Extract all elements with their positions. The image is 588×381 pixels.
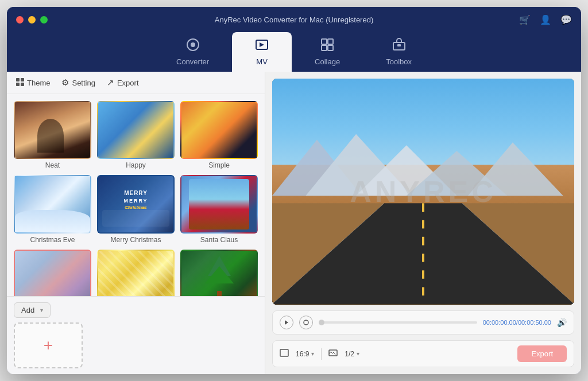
theme-label: Theme (27, 79, 50, 87)
setting-label: Setting (72, 79, 95, 87)
svg-point-1 (191, 42, 195, 47)
photo-icon (328, 349, 338, 359)
svg-rect-6 (328, 45, 333, 50)
photo-count-value: 1/2 (345, 350, 354, 358)
setting-btn[interactable]: ⚙ Setting (61, 77, 95, 88)
theme-thumb-happy (97, 101, 175, 159)
svg-point-18 (304, 320, 308, 325)
svg-rect-12 (21, 83, 24, 86)
time-display: 00:00:00.00/00:00:50.00 (483, 319, 551, 326)
svg-rect-10 (21, 78, 24, 81)
tab-collage[interactable]: Collage (292, 32, 363, 72)
add-plus-icon: + (44, 336, 53, 355)
aspect-chevron-icon: ▾ (311, 351, 314, 357)
divider-1 (321, 348, 322, 360)
app-window: AnyRec Video Converter for Mac (Unregist… (7, 7, 581, 374)
theme-label-christmas-eve: Christmas Eve (30, 236, 75, 244)
tab-mv-label: MV (256, 57, 268, 66)
theme-item-christmas-tree[interactable]: Christmas Tree (180, 250, 258, 297)
aspect-ratio-select[interactable]: 16:9 ▾ (296, 350, 314, 358)
theme-label-simple: Simple (208, 161, 230, 169)
theme-thumb-christmas-tree (180, 250, 258, 297)
export-btn-toolbar[interactable]: ↗ Export (107, 77, 139, 88)
cart-icon[interactable]: 🛒 (519, 14, 531, 25)
main-content: Theme ⚙ Setting ↗ Export (7, 72, 581, 374)
titlebar: AnyRec Video Converter for Mac (Unregist… (7, 7, 581, 32)
app-title: AnyRec Video Converter for Mac (Unregist… (215, 15, 374, 24)
photo-count-select[interactable]: 1/2 ▾ (345, 350, 359, 358)
add-chevron-icon: ▾ (40, 307, 43, 313)
export-icon: ↗ (107, 77, 114, 88)
progress-bar[interactable] (319, 321, 477, 324)
aspect-ratio-value: 16:9 (296, 350, 309, 358)
video-preview: ANYREC (272, 79, 574, 305)
svg-rect-19 (280, 349, 288, 356)
add-button[interactable]: Add ▾ (14, 302, 51, 318)
theme-thumb-simple (180, 101, 258, 159)
tab-toolbox-label: Toolbox (386, 57, 412, 66)
theme-item-neat[interactable]: Neat (14, 101, 91, 169)
svg-rect-3 (322, 39, 327, 44)
volume-button[interactable]: 🔊 (557, 318, 567, 327)
minimize-button[interactable] (28, 16, 36, 24)
tab-collage-label: Collage (315, 57, 340, 66)
toolbox-icon (392, 38, 406, 55)
tab-converter[interactable]: Converter (153, 32, 232, 72)
svg-rect-11 (16, 83, 20, 86)
mv-icon (255, 38, 269, 55)
right-panel: ANYREC 00:00:00 (265, 72, 581, 374)
theme-item-christmas-eve[interactable]: Christmas Eve (14, 175, 91, 243)
theme-item-simple[interactable]: Simple (180, 101, 258, 169)
theme-grid-icon (16, 78, 24, 88)
bottom-bar: 16:9 ▾ 1/2 ▾ Export (272, 340, 574, 367)
theme-item-stripes-waves[interactable]: Stripes & Waves (97, 250, 175, 297)
panel-toolbar: Theme ⚙ Setting ↗ Export (7, 72, 265, 94)
theme-thumb-stripes-waves (97, 250, 175, 297)
theme-thumb-christmas-eve (14, 175, 91, 233)
play-button[interactable] (280, 316, 293, 329)
theme-label-neat: Neat (45, 161, 60, 169)
converter-icon (186, 38, 200, 55)
theme-thumb-snowy-night (14, 250, 91, 297)
maximize-button[interactable] (40, 16, 48, 24)
theme-item-snowy-night[interactable]: Snowy Night (14, 250, 91, 297)
left-panel: Theme ⚙ Setting ↗ Export (7, 72, 265, 374)
theme-label-happy: Happy (126, 161, 146, 169)
video-controls: 00:00:00.00/00:00:50.00 🔊 (272, 310, 574, 335)
add-section: Add ▾ + (7, 296, 265, 374)
theme-grid-container[interactable]: Neat Happy Simple (7, 94, 265, 296)
theme-btn[interactable]: Theme (16, 78, 50, 88)
add-drop-area[interactable]: + (14, 322, 83, 368)
setting-gear-icon: ⚙ (61, 77, 69, 88)
stop-button[interactable] (299, 316, 313, 329)
titlebar-actions: 🛒 👤 💬 (519, 14, 572, 25)
video-background: ANYREC (272, 79, 574, 305)
nav-tabs: Converter MV Collage (7, 32, 581, 72)
theme-thumb-merry-christmas: MERRY Christmas (97, 175, 175, 233)
theme-label-santa-claus: Santa Claus (200, 236, 238, 244)
svg-rect-4 (328, 39, 333, 44)
theme-item-happy[interactable]: Happy (97, 101, 175, 169)
theme-item-merry-christmas[interactable]: MERRY Christmas Merry Christmas (97, 175, 175, 243)
road-svg (272, 158, 574, 305)
svg-rect-8 (397, 44, 401, 46)
theme-item-santa-claus[interactable]: Santa Claus (180, 175, 258, 243)
export-button[interactable]: Export (517, 345, 567, 362)
aspect-icon (280, 349, 289, 359)
theme-thumb-santa-claus (180, 175, 258, 233)
collage-icon (320, 38, 334, 55)
theme-thumb-neat (14, 101, 91, 159)
svg-rect-9 (16, 78, 20, 81)
tab-toolbox[interactable]: Toolbox (363, 32, 435, 72)
close-button[interactable] (16, 16, 24, 24)
user-icon[interactable]: 👤 (540, 14, 551, 25)
photo-chevron-icon: ▾ (357, 351, 359, 357)
tab-converter-label: Converter (176, 57, 209, 66)
theme-grid: Neat Happy Simple (14, 101, 258, 296)
export-label-toolbar: Export (117, 79, 139, 87)
progress-dot[interactable] (319, 320, 324, 325)
traffic-lights (16, 16, 48, 24)
tab-mv[interactable]: MV (232, 32, 292, 72)
theme-label-merry-christmas: Merry Christmas (110, 236, 161, 244)
chat-icon[interactable]: 💬 (560, 14, 572, 25)
